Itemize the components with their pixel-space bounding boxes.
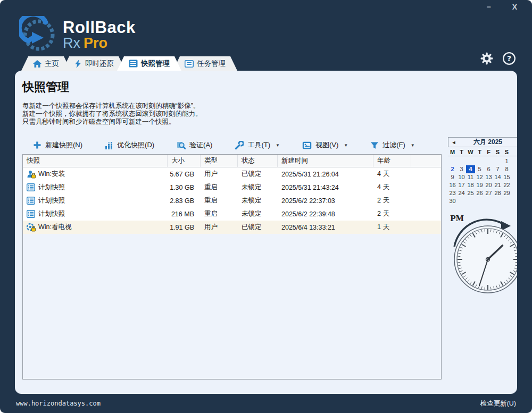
- tab-snapshot-manager[interactable]: 快照管理: [117, 56, 181, 71]
- verify-icon: [177, 141, 186, 149]
- column-header-type[interactable]: 类型: [201, 155, 238, 167]
- calendar-day[interactable]: 13: [484, 173, 493, 181]
- task-list-icon: [185, 60, 194, 68]
- snapshot-toolbar: 新建快照(N) 优化快照(D): [22, 137, 442, 153]
- header-icons: ?: [480, 52, 516, 65]
- defrag-snapshot-button[interactable]: 优化快照(D): [99, 139, 160, 151]
- close-button[interactable]: X: [509, 2, 520, 12]
- calendar-day[interactable]: 21: [493, 181, 502, 189]
- snapshot-age: 4 天: [373, 183, 411, 192]
- table-row[interactable]: 计划快照 1.30 GB 重启 未锁定 2025/5/31 21:43:24 4…: [23, 181, 441, 194]
- check-update-link[interactable]: 检查更新(U): [480, 399, 516, 408]
- calendar-day[interactable]: 6: [484, 165, 493, 173]
- snapshot-created: 2025/6/2 22:37:03: [278, 197, 373, 205]
- snapshot-column: 新建快照(N) 优化快照(D): [22, 137, 442, 380]
- website-link[interactable]: www.horizondatasys.com: [16, 400, 101, 407]
- snapshot-size: 1.91 GB: [168, 224, 201, 231]
- column-header-age[interactable]: 年龄: [373, 155, 411, 167]
- clock-meridiem-label: PM: [450, 214, 464, 223]
- table-row[interactable]: 计划快照 216 MB 重启 未锁定 2025/6/2 22:39:48 2 天: [23, 207, 441, 221]
- calendar-day[interactable]: 11: [466, 173, 475, 181]
- snapshot-size: 1.30 GB: [168, 184, 201, 191]
- table-row-current[interactable]: Win:看电视 1.91 GB 用户 已锁定 2025/6/4 13:33:21…: [23, 221, 441, 234]
- calendar-day[interactable]: 25: [466, 189, 475, 197]
- scheduled-snapshot-icon: [27, 210, 36, 218]
- page-description-line2: 新建一个快照，你就拥有了将系统状态回滚到该时刻的能力。: [22, 111, 517, 117]
- snapshot-size: 216 MB: [168, 210, 201, 218]
- brand-rollback: RollBack: [63, 19, 136, 36]
- column-header-size[interactable]: 大小: [168, 155, 201, 167]
- analog-clock: PM: [448, 212, 517, 297]
- column-header-snapshot[interactable]: 快照: [23, 155, 168, 167]
- calendar-day[interactable]: 30: [448, 197, 457, 205]
- calendar-day[interactable]: 10: [457, 173, 466, 181]
- calendar-day[interactable]: 16: [448, 181, 457, 189]
- view-menu-button[interactable]: 视图(V) ▼: [297, 139, 353, 151]
- minimize-button[interactable]: −: [483, 2, 494, 12]
- table-row[interactable]: 计划快照 2.83 GB 重启 未锁定 2025/6/2 22:37:03 2 …: [23, 194, 441, 207]
- calendar-day[interactable]: 29: [502, 189, 511, 197]
- snapshot-type: 重启: [201, 209, 238, 218]
- column-header-created[interactable]: 新建时间: [278, 155, 373, 167]
- calendar-day[interactable]: 14: [493, 173, 502, 181]
- calendar-day[interactable]: 24: [457, 189, 466, 197]
- view-menu-label: 视图(V): [315, 140, 338, 150]
- calendar-day[interactable]: 20: [484, 181, 493, 189]
- day-header: W: [466, 149, 475, 155]
- snapshot-status: 已锁定: [238, 223, 278, 232]
- calendar-blank-cell: [484, 157, 493, 165]
- calendar-month-label: 六月 2025: [457, 138, 517, 147]
- calendar-day[interactable]: 15: [502, 173, 511, 181]
- calendar-day[interactable]: 22: [502, 181, 511, 189]
- defrag-icon: [105, 141, 113, 149]
- calendar-blank-cell: [466, 157, 475, 165]
- calendar-day[interactable]: 7: [493, 165, 502, 173]
- verify-button[interactable]: 验证(A): [171, 139, 218, 151]
- calendar-day[interactable]: 2: [448, 165, 457, 173]
- calendar-day[interactable]: 5: [475, 165, 484, 173]
- calendar-day[interactable]: 26: [475, 189, 484, 197]
- calendar-day[interactable]: 12: [475, 173, 484, 181]
- current-locked-snapshot-icon: [27, 223, 36, 232]
- calendar-day[interactable]: 1: [502, 157, 511, 165]
- help-icon[interactable]: ?: [502, 52, 516, 65]
- calendar-day[interactable]: 8: [502, 165, 511, 173]
- snapshot-table: 快照 大小 类型 状态 新建时间 年龄: [22, 154, 442, 380]
- tab-instant-restore[interactable]: 即时还原: [62, 56, 126, 71]
- day-header: F: [484, 149, 493, 155]
- calendar-clock-column: ◄ 六月 2025 ► M T W T F S S 12345678910111…: [448, 137, 517, 380]
- tools-menu-button[interactable]: 工具(T) ▼: [229, 139, 285, 151]
- view-icon: [302, 141, 312, 149]
- calendar-day[interactable]: 17: [457, 181, 466, 189]
- snapshot-created: 2025/6/2 22:39:48: [278, 210, 373, 218]
- page-title: 快照管理: [22, 79, 517, 95]
- snapshot-age: 1 天: [373, 223, 411, 232]
- brand-pro: Pro: [84, 35, 107, 51]
- snapshot-type: 重启: [201, 196, 238, 205]
- calendar-day[interactable]: 23: [448, 189, 457, 197]
- calendar-day[interactable]: 9: [448, 173, 457, 181]
- tab-task-manager[interactable]: 任务管理: [173, 56, 237, 71]
- new-snapshot-button[interactable]: 新建快照(N): [28, 139, 88, 151]
- tab-home[interactable]: 主页: [21, 56, 71, 71]
- tab-snapshot-manager-label: 快照管理: [141, 59, 170, 69]
- column-header-status[interactable]: 状态: [238, 155, 278, 167]
- calendar-day[interactable]: 27: [484, 189, 493, 197]
- instant-restore-icon: [74, 60, 82, 68]
- settings-gear-icon[interactable]: [480, 52, 494, 65]
- calendar-day-selected[interactable]: 4: [466, 165, 475, 173]
- new-snapshot-label: 新建快照(N): [45, 140, 82, 150]
- snapshot-status: 未锁定: [238, 209, 278, 218]
- filter-menu-button[interactable]: 过滤(F) ▼: [365, 139, 420, 151]
- day-header: S: [493, 149, 502, 155]
- calendar-prev-icon[interactable]: ◄: [451, 140, 457, 145]
- snapshot-name: 计划快照: [38, 183, 65, 192]
- snapshot-type: 用户: [201, 223, 238, 232]
- table-row[interactable]: Win:安装 5.67 GB 用户 已锁定 2025/5/31 21:26:04…: [23, 167, 441, 181]
- calendar-day[interactable]: 18: [466, 181, 475, 189]
- brand-rx: Rx: [63, 35, 80, 51]
- calendar-day[interactable]: 28: [493, 189, 502, 197]
- calendar-day[interactable]: 3: [457, 165, 466, 173]
- snapshot-status: 未锁定: [238, 183, 278, 192]
- calendar-day[interactable]: 19: [475, 181, 484, 189]
